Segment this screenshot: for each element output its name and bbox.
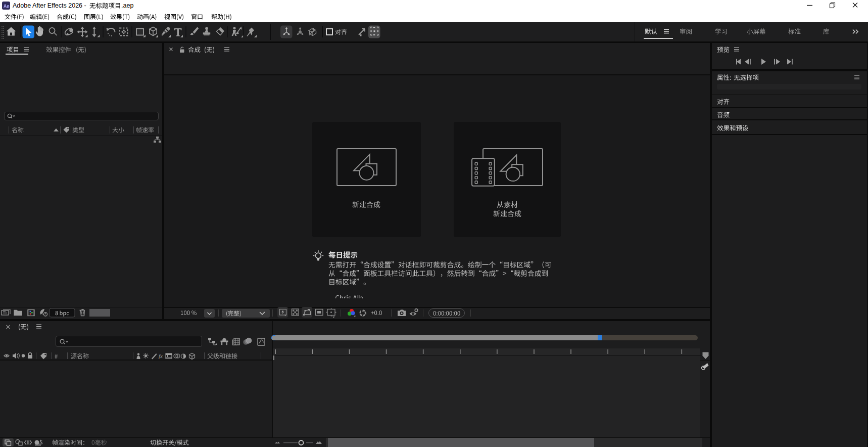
svg-text:fx: fx — [159, 353, 163, 359]
